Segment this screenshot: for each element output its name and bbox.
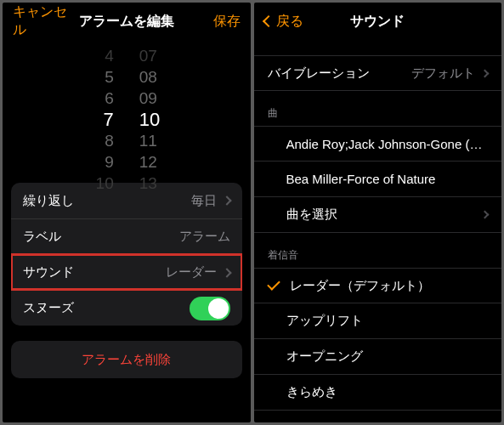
delete-alarm-button[interactable]: アラームを削除 bbox=[11, 341, 242, 378]
chevron-right-icon bbox=[481, 69, 490, 77]
sound-row[interactable]: サウンド レーダー bbox=[11, 254, 242, 290]
chevron-right-icon bbox=[222, 196, 231, 205]
save-button[interactable]: 保存 bbox=[213, 13, 241, 31]
ringtone-row[interactable]: サーキット bbox=[254, 411, 502, 422]
ringtone-row[interactable]: オープニング bbox=[254, 339, 502, 375]
label-row[interactable]: ラベル アラーム bbox=[11, 218, 242, 254]
sound-select-screen: 戻る サウンド バイブレーション デフォルト 曲 Andie Roy;Jack … bbox=[254, 3, 502, 422]
hour-wheel[interactable]: 4 5 6 7 8 9 10 bbox=[63, 45, 114, 194]
song-row[interactable]: Andie Roy;Jack Johnson-Gone (Goin... bbox=[254, 126, 502, 162]
settings-group: 繰り返し 毎日 ラベル アラーム サウンド レーダー スヌーズ bbox=[11, 183, 242, 326]
pick-song-row[interactable]: 曲を選択 bbox=[254, 197, 502, 233]
ringtone-row[interactable]: レーダー（デフォルト） bbox=[254, 268, 502, 303]
chevron-right-icon bbox=[481, 211, 490, 219]
header: 戻る サウンド bbox=[254, 3, 502, 40]
snooze-toggle[interactable] bbox=[190, 297, 230, 320]
songs-header: 曲 bbox=[254, 91, 502, 126]
cancel-button[interactable]: キャンセル bbox=[13, 3, 74, 39]
checkmark-icon bbox=[267, 277, 280, 291]
chevron-right-icon bbox=[222, 268, 231, 277]
page-title: アラームを編集 bbox=[79, 13, 174, 31]
snooze-row: スヌーズ bbox=[11, 290, 242, 326]
chevron-left-icon bbox=[262, 15, 274, 27]
minute-wheel[interactable]: 07 08 09 10 11 12 13 bbox=[139, 45, 190, 194]
vibration-row[interactable]: バイブレーション デフォルト bbox=[254, 55, 502, 91]
page-title: サウンド bbox=[350, 13, 405, 31]
header: キャンセル アラームを編集 保存 bbox=[3, 3, 251, 40]
ringtone-row[interactable]: きらめき bbox=[254, 375, 502, 411]
time-picker[interactable]: 4 5 6 7 8 9 10 07 08 09 10 11 12 13 bbox=[3, 40, 251, 176]
song-row[interactable]: Bea Miller-Force of Nature bbox=[254, 162, 502, 197]
ringtone-row[interactable]: アップリフト bbox=[254, 303, 502, 339]
alarm-edit-screen: キャンセル アラームを編集 保存 4 5 6 7 8 9 10 07 08 09… bbox=[3, 3, 251, 422]
ringtones-header: 着信音 bbox=[254, 233, 502, 268]
back-button[interactable]: 戻る bbox=[264, 13, 303, 31]
